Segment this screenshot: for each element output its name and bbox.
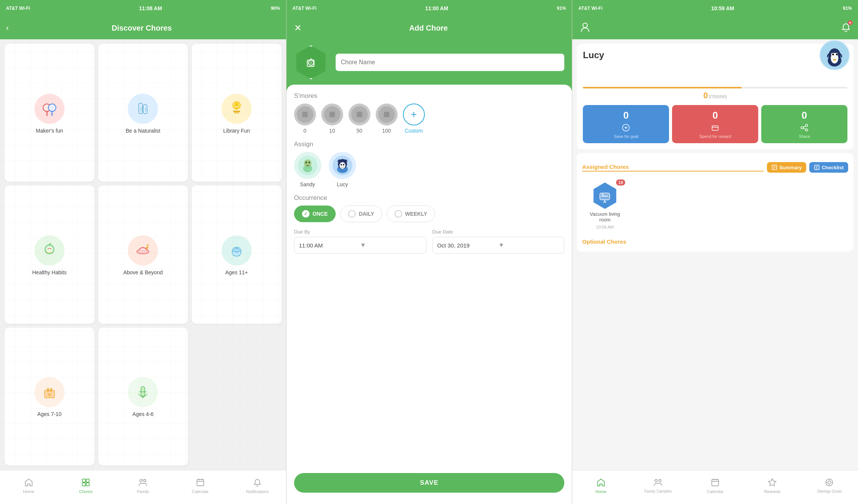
tab-checklist-btn[interactable]: Checklist — [809, 162, 848, 173]
chore-card-makers-fun[interactable]: Maker's fun — [5, 44, 94, 182]
nav-family-1[interactable]: Family — [115, 477, 172, 494]
status-bar-2: AT&T Wi-Fi 11:00 AM 91% — [287, 0, 572, 17]
svg-rect-28 — [86, 483, 89, 486]
nav-notifications-label-1: Notifications — [246, 489, 269, 494]
save-goal-num: 0 — [623, 110, 629, 121]
action-boxes: 0 Save for goal 0 Spend for reward 0 Sha… — [583, 105, 847, 143]
coin-val-50: 50 — [356, 128, 362, 134]
svg-point-31 — [142, 479, 144, 481]
chore-card-beyond[interactable]: Above & Beyond — [98, 186, 188, 323]
assignees: Sandy — [294, 152, 565, 187]
occ-daily[interactable]: DAILY — [340, 206, 382, 222]
user-name: Lucy — [583, 50, 847, 60]
bell-icon-1 — [252, 477, 263, 488]
svg-point-46 — [305, 162, 307, 163]
nav-savings-label-3: Savings Goals — [817, 489, 841, 493]
family-icon-1 — [138, 477, 148, 488]
nav-calendar-1[interactable]: Calendar — [172, 477, 229, 494]
spend-reward-box[interactable]: 0 Spend for reward — [672, 105, 758, 143]
smores-coin-10[interactable]: 10 — [321, 104, 343, 134]
camera-button[interactable] — [294, 45, 328, 79]
svg-point-66 — [805, 124, 808, 127]
save-goal-box[interactable]: 0 Save for goal — [583, 105, 669, 143]
svg-point-1 — [48, 104, 56, 111]
chore-card-ages4[interactable]: Ages 4-6 — [98, 328, 188, 465]
nav-rewards-label-3: Rewards — [764, 489, 781, 494]
assign-title: Assign — [294, 141, 565, 148]
custom-coin: + — [403, 104, 425, 125]
assignee-sandy[interactable]: Sandy — [294, 152, 321, 187]
time-3: 10:59 AM — [711, 5, 734, 11]
smores-custom[interactable]: + Custom — [403, 104, 425, 134]
chores-section: Assigned Chores Summary Checklist 10 — [577, 153, 853, 252]
svg-rect-21 — [50, 388, 52, 392]
chore-card-naturalist[interactable]: Be a Naturalist — [98, 44, 188, 182]
chore-name-input[interactable] — [336, 54, 565, 71]
occ-daily-label: DAILY — [359, 211, 374, 217]
coin-inner-10 — [324, 106, 341, 123]
close-button[interactable]: ✕ — [294, 23, 302, 33]
custom-label: Custom — [405, 128, 423, 134]
chore-label-ages7: Ages 7-10 — [37, 411, 62, 417]
nav-family-label-1: Family — [137, 489, 149, 494]
lucy-avatar — [329, 152, 356, 179]
chore-card-ages11[interactable]: Ages 11+ — [192, 186, 282, 323]
due-by-select[interactable]: 11:00 AM ▼ — [294, 237, 426, 254]
save-button[interactable]: SAVE — [294, 473, 565, 493]
smores-coin-0[interactable]: 0 — [294, 104, 316, 134]
notification-badge: ● — [848, 20, 853, 25]
nav-chores-1[interactable]: Chores — [57, 477, 114, 494]
share-box[interactable]: 0 Share — [761, 105, 847, 143]
chore-icon-ages4 — [128, 377, 158, 407]
nav-rewards-3[interactable]: Rewards — [744, 477, 801, 494]
chore-hex-icon — [592, 182, 618, 209]
nav-home-3[interactable]: Home — [572, 477, 629, 494]
smores-coin-100[interactable]: 100 — [376, 104, 398, 134]
chore-icon-beyond — [128, 235, 158, 266]
share-label: Share — [799, 134, 810, 139]
due-date-select[interactable]: Oct 30, 2019 ▼ — [432, 237, 565, 254]
discover-header: ‹ Discover Chores — [0, 17, 286, 39]
optional-title: Optional Chores — [582, 238, 848, 245]
nav-campfire-3[interactable]: Family Campfire — [629, 477, 686, 493]
nav-notifications-1[interactable]: Notifications — [229, 477, 286, 494]
svg-rect-5 — [143, 105, 147, 114]
nav-savings-3[interactable]: Savings Goals — [801, 477, 858, 493]
coin-inner-0 — [297, 106, 313, 123]
rewards-icon-3 — [767, 477, 777, 488]
tab-assigned[interactable]: Assigned Chores — [582, 164, 764, 172]
nav-home-1[interactable]: Home — [0, 477, 57, 494]
bottom-nav-3: Home Family Campfire Calendar — [572, 470, 858, 504]
svg-rect-18 — [235, 247, 239, 249]
chore-icon-makers-fun — [34, 94, 65, 124]
chore-grid: Maker's fun Be a Naturalist — [0, 39, 286, 470]
coin-0 — [294, 104, 316, 125]
chore-card-healthy[interactable]: Healthy Habits — [5, 186, 94, 323]
savings-icon-3 — [824, 477, 835, 488]
svg-point-61 — [832, 54, 834, 56]
svg-point-74 — [659, 479, 661, 482]
chore-card-ages7[interactable]: Ages 7-10 — [5, 328, 94, 465]
occ-daily-radio — [348, 210, 356, 218]
svg-point-47 — [308, 162, 310, 163]
smores-coin-50[interactable]: 50 — [348, 104, 370, 134]
carrier-2: AT&T Wi-Fi — [293, 6, 317, 11]
occ-once[interactable]: ✓ ONCE — [294, 206, 336, 222]
svg-rect-26 — [86, 479, 89, 482]
nav-calendar-3[interactable]: Calendar — [687, 477, 744, 494]
tab-summary-btn[interactable]: Summary — [767, 162, 806, 173]
svg-point-63 — [833, 59, 836, 60]
due-date-field: Due Date Oct 30, 2019 ▼ — [432, 229, 565, 254]
assignee-lucy[interactable]: Lucy — [329, 152, 356, 187]
coin-10 — [321, 104, 343, 125]
occ-weekly[interactable]: WEEKLY — [387, 206, 435, 222]
time-1: 11:08 AM — [139, 5, 162, 11]
nav-campfire-label-3: Family Campfire — [644, 489, 672, 493]
notification-icon[interactable]: ● — [841, 22, 851, 34]
profile-header: ● — [572, 17, 858, 39]
occurrence-section: Occurrence ✓ ONCE DAILY WEEKLY — [294, 194, 565, 222]
chore-card-library[interactable]: Library Fun — [192, 44, 282, 182]
chores-icon-1 — [81, 477, 91, 488]
back-button[interactable]: ‹ — [6, 23, 9, 33]
chore-item-vacuum[interactable]: 10 Vacuum living room 10:58 AM — [582, 177, 627, 235]
